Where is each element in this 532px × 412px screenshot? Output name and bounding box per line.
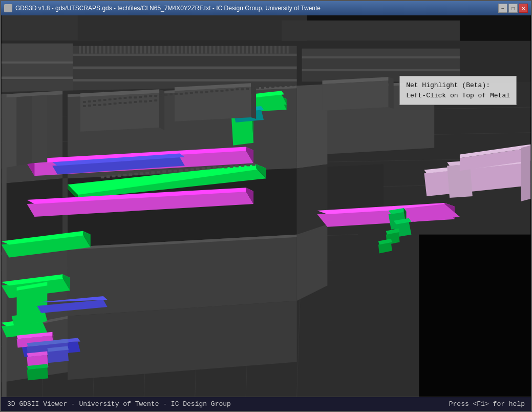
tooltip-line1: Net Highlight (Beta): — [406, 80, 510, 91]
svg-rect-192 — [129, 96, 132, 98]
svg-rect-208 — [210, 90, 214, 92]
statusbar-right-text: Press <F1> for help — [449, 400, 525, 408]
svg-rect-200 — [169, 93, 173, 95]
svg-rect-190 — [119, 97, 122, 99]
svg-rect-235 — [134, 101, 137, 103]
svg-rect-210 — [220, 90, 223, 92]
svg-rect-78 — [152, 46, 154, 54]
app-icon — [4, 4, 12, 12]
svg-rect-224 — [292, 84, 295, 86]
svg-rect-263 — [229, 165, 233, 168]
svg-rect-188 — [109, 98, 112, 100]
svg-rect-232 — [119, 102, 122, 104]
svg-rect-216 — [251, 87, 254, 89]
svg-marker-11 — [73, 54, 297, 56]
titlebar: GDS3D v1.8 - gds/UTSCRAPS.gds - techfile… — [1, 1, 531, 15]
svg-rect-83 — [173, 46, 175, 54]
scene-svg — [1, 15, 531, 397]
svg-rect-104 — [258, 46, 260, 54]
svg-rect-264 — [235, 164, 239, 167]
svg-rect-247 — [140, 172, 143, 175]
svg-rect-183 — [83, 101, 86, 103]
tooltip-line2: Left-Click on Top of Metal — [406, 91, 510, 101]
svg-rect-238 — [149, 100, 152, 102]
svg-rect-243 — [118, 174, 121, 177]
maximize-button[interactable]: □ — [508, 4, 518, 13]
net-highlight-tooltip: Net Highlight (Beta): Left-Click on Top … — [399, 76, 517, 105]
svg-rect-220 — [271, 86, 274, 88]
svg-marker-182 — [32, 95, 47, 163]
svg-rect-85 — [181, 46, 183, 54]
svg-rect-64 — [95, 46, 97, 54]
svg-rect-266 — [246, 163, 250, 166]
svg-rect-102 — [250, 46, 252, 54]
svg-marker-12 — [73, 56, 297, 67]
svg-rect-110 — [283, 46, 285, 54]
svg-rect-65 — [99, 46, 101, 54]
svg-rect-70 — [120, 46, 122, 54]
svg-rect-204 — [190, 92, 193, 94]
window-controls[interactable]: − □ ✕ — [498, 4, 528, 13]
svg-rect-234 — [129, 101, 132, 104]
svg-rect-82 — [168, 46, 171, 54]
svg-rect-73 — [132, 46, 134, 54]
minimize-button[interactable]: − — [498, 4, 507, 13]
svg-rect-212 — [230, 89, 233, 91]
svg-rect-231 — [114, 102, 117, 105]
svg-rect-67 — [108, 46, 110, 54]
svg-rect-77 — [148, 46, 150, 54]
svg-rect-184 — [88, 100, 91, 102]
svg-rect-256 — [190, 168, 194, 171]
svg-rect-79 — [156, 46, 158, 54]
svg-rect-258 — [202, 167, 205, 170]
svg-marker-18 — [302, 56, 460, 59]
window-title: GDS3D v1.8 - gds/UTSCRAPS.gds - techfile… — [15, 5, 321, 12]
svg-marker-8 — [2, 76, 73, 79]
svg-rect-76 — [144, 46, 146, 54]
svg-rect-223 — [287, 85, 290, 87]
svg-rect-203 — [185, 92, 188, 94]
svg-marker-20 — [302, 69, 460, 71]
svg-rect-74 — [136, 46, 138, 54]
svg-rect-193 — [134, 96, 137, 98]
svg-rect-196 — [149, 95, 152, 97]
svg-rect-111 — [287, 46, 289, 54]
svg-rect-62 — [87, 46, 89, 54]
svg-marker-181 — [17, 96, 32, 166]
svg-rect-244 — [123, 174, 127, 176]
svg-rect-96 — [225, 46, 227, 54]
svg-rect-239 — [154, 99, 157, 101]
svg-rect-93 — [214, 46, 216, 54]
application-window: GDS3D v1.8 - gds/UTSCRAPS.gds - techfile… — [0, 0, 532, 412]
statusbar: 3D GDSII Viewer - University of Twente -… — [1, 397, 531, 411]
svg-rect-86 — [185, 46, 187, 54]
svg-rect-103 — [254, 46, 256, 54]
close-button[interactable]: ✕ — [519, 4, 528, 13]
svg-rect-253 — [174, 170, 177, 172]
svg-marker-57 — [297, 164, 328, 234]
svg-rect-95 — [221, 46, 223, 54]
svg-rect-72 — [127, 46, 130, 54]
svg-rect-68 — [112, 46, 114, 54]
svg-rect-205 — [195, 91, 198, 93]
svg-marker-153 — [521, 146, 530, 201]
svg-rect-61 — [83, 46, 85, 54]
svg-rect-260 — [213, 166, 217, 169]
svg-marker-15 — [73, 79, 297, 81]
svg-rect-209 — [216, 90, 219, 92]
svg-rect-194 — [139, 96, 142, 98]
svg-rect-201 — [175, 93, 178, 95]
svg-rect-241 — [107, 175, 110, 178]
svg-rect-261 — [219, 166, 222, 168]
svg-rect-207 — [205, 91, 208, 93]
svg-marker-4 — [282, 20, 460, 41]
svg-rect-254 — [179, 169, 183, 172]
svg-marker-177 — [322, 80, 388, 111]
svg-rect-63 — [91, 46, 93, 54]
svg-rect-101 — [246, 46, 248, 54]
3d-viewport[interactable]: Net Highlight (Beta): Left-Click on Top … — [1, 15, 531, 397]
svg-rect-99 — [238, 46, 240, 54]
svg-rect-91 — [205, 46, 207, 54]
svg-rect-84 — [177, 46, 179, 54]
svg-rect-195 — [144, 95, 147, 97]
